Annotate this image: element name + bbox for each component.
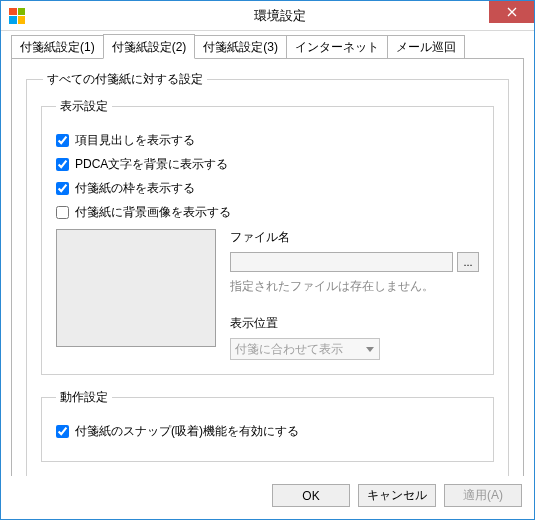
file-name-input[interactable] <box>230 252 453 272</box>
bg-image-section: ファイル名 ... 指定されたファイルは存在しません。 表示位置 付箋に合わせて… <box>56 229 479 360</box>
display-settings-group: 表示設定 項目見出しを表示する PDCA文字を背景に表示する 付箋紙の枠を表示す… <box>41 98 494 375</box>
position-select-wrap: 付箋に合わせて表示 <box>230 338 380 360</box>
check-show-frame-input[interactable] <box>56 182 69 195</box>
check-show-frame-label: 付箋紙の枠を表示する <box>75 180 195 197</box>
close-icon <box>507 7 517 17</box>
tab-fusen-3[interactable]: 付箋紙設定(3) <box>194 35 287 59</box>
behavior-settings-group: 動作設定 付箋紙のスナップ(吸着)機能を有効にする <box>41 389 494 462</box>
app-icon <box>9 8 25 24</box>
check-pdca-bg-input[interactable] <box>56 158 69 171</box>
check-pdca-bg-label: PDCA文字を背景に表示する <box>75 156 228 173</box>
bg-image-preview <box>56 229 216 347</box>
display-settings-title: 表示設定 <box>56 98 112 115</box>
position-select[interactable]: 付箋に合わせて表示 <box>230 338 380 360</box>
check-bg-image[interactable]: 付箋紙に背景画像を表示する <box>56 204 479 221</box>
apply-button[interactable]: 適用(A) <box>444 484 522 507</box>
check-snap[interactable]: 付箋紙のスナップ(吸着)機能を有効にする <box>56 423 479 440</box>
dialog-window: 環境設定 付箋紙設定(1) 付箋紙設定(2) 付箋紙設定(3) インターネット … <box>0 0 535 520</box>
tab-fusen-2[interactable]: 付箋紙設定(2) <box>103 34 196 59</box>
client-area: 付箋紙設定(1) 付箋紙設定(2) 付箋紙設定(3) インターネット メール巡回… <box>1 31 534 476</box>
file-row: ... <box>230 252 479 272</box>
ok-button[interactable]: OK <box>272 484 350 507</box>
dialog-button-row: OK キャンセル 適用(A) <box>1 476 534 519</box>
check-show-heading-label: 項目見出しを表示する <box>75 132 195 149</box>
all-fusen-group: すべての付箋紙に対する設定 表示設定 項目見出しを表示する PDCA文字を背景に… <box>26 71 509 476</box>
tab-strip: 付箋紙設定(1) 付箋紙設定(2) 付箋紙設定(3) インターネット メール巡回 <box>11 37 524 59</box>
window-title: 環境設定 <box>25 7 534 25</box>
tab-panel: すべての付箋紙に対する設定 表示設定 項目見出しを表示する PDCA文字を背景に… <box>11 58 524 476</box>
titlebar: 環境設定 <box>1 1 534 31</box>
check-show-heading-input[interactable] <box>56 134 69 147</box>
check-snap-input[interactable] <box>56 425 69 438</box>
check-pdca-bg[interactable]: PDCA文字を背景に表示する <box>56 156 479 173</box>
all-fusen-group-title: すべての付箋紙に対する設定 <box>43 71 207 88</box>
browse-button[interactable]: ... <box>457 252 479 272</box>
tab-mail[interactable]: メール巡回 <box>387 35 465 59</box>
tab-fusen-1[interactable]: 付箋紙設定(1) <box>11 35 104 59</box>
cancel-button[interactable]: キャンセル <box>358 484 436 507</box>
check-show-heading[interactable]: 項目見出しを表示する <box>56 132 479 149</box>
check-show-frame[interactable]: 付箋紙の枠を表示する <box>56 180 479 197</box>
bg-image-controls: ファイル名 ... 指定されたファイルは存在しません。 表示位置 付箋に合わせて… <box>230 229 479 360</box>
file-hint: 指定されたファイルは存在しません。 <box>230 278 479 295</box>
check-bg-image-input[interactable] <box>56 206 69 219</box>
check-snap-label: 付箋紙のスナップ(吸着)機能を有効にする <box>75 423 299 440</box>
tab-internet[interactable]: インターネット <box>286 35 388 59</box>
behavior-settings-title: 動作設定 <box>56 389 112 406</box>
close-button[interactable] <box>489 1 534 23</box>
check-bg-image-label: 付箋紙に背景画像を表示する <box>75 204 231 221</box>
position-label: 表示位置 <box>230 315 479 332</box>
file-name-label: ファイル名 <box>230 229 479 246</box>
